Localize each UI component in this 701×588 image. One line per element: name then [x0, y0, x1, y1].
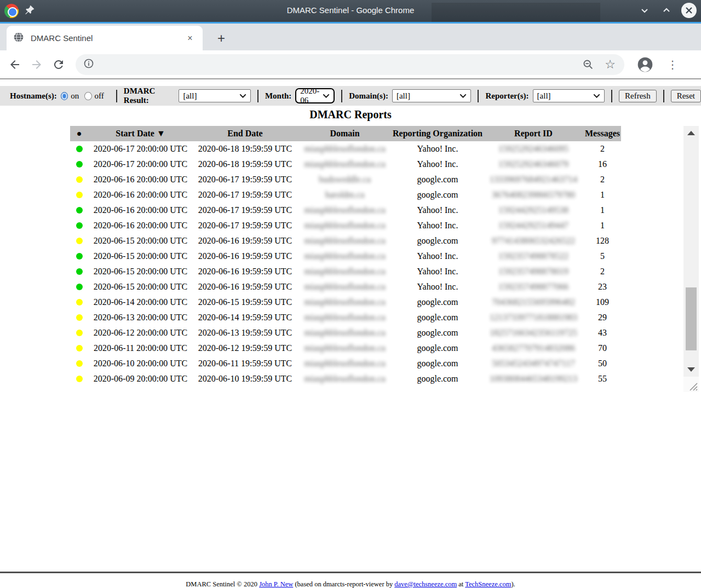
cell-messages: 2: [584, 172, 621, 187]
table-row[interactable]: 2020-06-13 20:00:00 UTC 2020-06-14 19:59…: [70, 310, 621, 325]
table-row[interactable]: 2020-06-17 20:00:00 UTC 2020-06-18 19:59…: [70, 157, 621, 172]
table-row[interactable]: 2020-06-11 20:00:00 UTC 2020-06-12 19:59…: [70, 341, 621, 356]
resize-grip[interactable]: [683, 377, 699, 392]
cell-messages: 109: [584, 295, 621, 310]
cell-status: [70, 187, 88, 203]
cell-end-date: 2020-06-15 19:59:59 UTC: [193, 295, 297, 310]
cell-report-id-redacted: 5053452434974747117: [483, 356, 584, 371]
month-select[interactable]: 2020-06: [295, 88, 335, 103]
maximize-button[interactable]: [659, 3, 674, 18]
status-dot-icon: [76, 299, 83, 305]
table-row[interactable]: 2020-06-12 20:00:00 UTC 2020-06-13 19:59…: [70, 325, 621, 341]
cell-end-date: 2020-06-17 19:59:59 UTC: [193, 187, 297, 203]
cell-status: [70, 279, 88, 295]
header-reporting-organization[interactable]: Reporting Organization: [392, 126, 483, 141]
status-dot-icon: [76, 253, 83, 260]
close-window-button[interactable]: [681, 3, 697, 18]
cell-start-date: 2020-06-16 20:00:00 UTC: [88, 203, 193, 218]
address-bar[interactable]: ☆: [76, 54, 624, 75]
cell-report-id-redacted: 7043682155695996482: [483, 295, 584, 310]
back-icon[interactable]: [8, 57, 22, 72]
header-domain[interactable]: Domain: [297, 126, 392, 141]
scroll-up-arrow-icon[interactable]: [687, 131, 695, 135]
status-dot-icon: [76, 376, 83, 382]
cell-status: [70, 249, 88, 264]
tab-dmarc-sentinel[interactable]: DMARC Sentinel ×: [7, 26, 203, 50]
tab-title: DMARC Sentinel: [31, 33, 184, 43]
bookmark-star-icon[interactable]: ☆: [604, 58, 617, 71]
tab-close-icon[interactable]: ×: [184, 32, 196, 44]
footer-text: DMARC Sentinel © 2020 John P. New (based…: [0, 580, 701, 588]
reload-icon[interactable]: [51, 57, 66, 72]
scrollbar-thumb[interactable]: [686, 287, 697, 350]
new-tab-button[interactable]: +: [212, 30, 230, 47]
cell-start-date: 2020-06-15 20:00:00 UTC: [88, 279, 193, 295]
reporters-select[interactable]: [all]: [533, 89, 605, 102]
cell-end-date: 2020-06-14 19:59:59 UTC: [193, 310, 297, 325]
minimize-button[interactable]: [637, 3, 652, 18]
hostname-off-label[interactable]: off: [95, 91, 104, 101]
cell-status: [70, 325, 88, 341]
table-row[interactable]: 2020-06-16 20:00:00 UTC 2020-06-17 19:59…: [70, 187, 621, 203]
status-dot-icon: [76, 161, 83, 168]
reset-button[interactable]: Reset: [671, 90, 701, 102]
header-messages[interactable]: Messages: [584, 126, 621, 141]
cell-start-date: 2020-06-17 20:00:00 UTC: [88, 157, 193, 172]
status-dot-icon: [76, 360, 83, 367]
table-row[interactable]: 2020-06-15 20:00:00 UTC 2020-06-16 19:59…: [70, 279, 621, 295]
cell-report-id-redacted: 10938084465348199213: [483, 371, 584, 387]
hostname-off-radio[interactable]: [84, 92, 91, 100]
footer-divider: [0, 572, 701, 573]
table-row[interactable]: 2020-06-16 20:00:00 UTC 2020-06-17 19:59…: [70, 172, 621, 187]
table-row[interactable]: 2020-06-16 20:00:00 UTC 2020-06-17 19:59…: [70, 203, 621, 218]
table-row[interactable]: 2020-06-15 20:00:00 UTC 2020-06-16 19:59…: [70, 233, 621, 249]
cell-end-date: 2020-06-18 19:59:59 UTC: [193, 141, 297, 157]
header-report-id[interactable]: Report ID: [483, 126, 584, 141]
header-end-date[interactable]: End Date: [193, 126, 297, 141]
divider: [611, 90, 612, 102]
cell-start-date: 2020-06-12 20:00:00 UTC: [88, 325, 193, 341]
cell-reporting-organization: google.com: [392, 356, 483, 371]
header-start-date[interactable]: Start Date ▼: [88, 126, 193, 141]
cell-messages: 29: [584, 310, 621, 325]
forward-icon[interactable]: [30, 57, 44, 72]
scroll-down-arrow-icon[interactable]: [687, 367, 695, 372]
dmarc-report-table: ● Start Date ▼ End Date Domain Reporting…: [70, 126, 621, 387]
status-dot-icon: [76, 192, 83, 198]
hostname-on-radio[interactable]: [61, 92, 68, 100]
cell-start-date: 2020-06-10 20:00:00 UTC: [88, 356, 193, 371]
cell-status: [70, 341, 88, 356]
window-titlebar: DMARC Sentinel - Google Chrome: [0, 0, 701, 22]
dmarc-result-select[interactable]: [all]: [179, 89, 250, 102]
hostname-on-label[interactable]: on: [71, 91, 79, 101]
profile-avatar-icon[interactable]: [636, 56, 654, 73]
table-row[interactable]: 2020-06-14 20:00:00 UTC 2020-06-15 19:59…: [70, 295, 621, 310]
cell-messages: 50: [584, 356, 621, 371]
cell-messages: 43: [584, 325, 621, 341]
cell-status: [70, 356, 88, 371]
refresh-button[interactable]: Refresh: [619, 90, 657, 102]
table-row[interactable]: 2020-06-10 20:00:00 UTC 2020-06-11 19:59…: [70, 356, 621, 371]
domains-select[interactable]: [all]: [392, 89, 472, 102]
cell-reporting-organization: Yahoo! Inc.: [392, 203, 483, 218]
table-row[interactable]: 2020-06-17 20:00:00 UTC 2020-06-18 19:59…: [70, 141, 621, 157]
table-row[interactable]: 2020-06-15 20:00:00 UTC 2020-06-16 19:59…: [70, 264, 621, 279]
page-info-icon[interactable]: [83, 58, 94, 71]
vertical-scrollbar[interactable]: [683, 126, 699, 377]
chevron-down-icon: [323, 93, 330, 99]
cell-reporting-organization: google.com: [392, 325, 483, 341]
filter-bar: Hostname(s): on off DMARC Result: [all] …: [0, 86, 701, 106]
cell-reporting-organization: Yahoo! Inc.: [392, 141, 483, 157]
techsneeze-link[interactable]: TechSneeze.com: [465, 580, 511, 588]
table-row[interactable]: 2020-06-15 20:00:00 UTC 2020-06-16 19:59…: [70, 249, 621, 264]
cell-end-date: 2020-06-10 19:59:59 UTC: [193, 371, 297, 387]
table-row[interactable]: 2020-06-09 20:00:00 UTC 2020-06-10 19:59…: [70, 371, 621, 387]
cell-domain-redacted: miasphblesoflondon.ca: [297, 371, 392, 387]
menu-kebab-icon[interactable]: ⋮: [666, 58, 679, 71]
cell-end-date: 2020-06-16 19:59:59 UTC: [193, 249, 297, 264]
table-row[interactable]: 2020-06-16 20:00:00 UTC 2020-06-17 19:59…: [70, 218, 621, 233]
zoom-out-icon[interactable]: [582, 58, 595, 71]
author-link[interactable]: John P. New: [259, 580, 293, 588]
email-link[interactable]: dave@techsneeze.com: [394, 580, 457, 588]
cell-reporting-organization: google.com: [392, 341, 483, 356]
